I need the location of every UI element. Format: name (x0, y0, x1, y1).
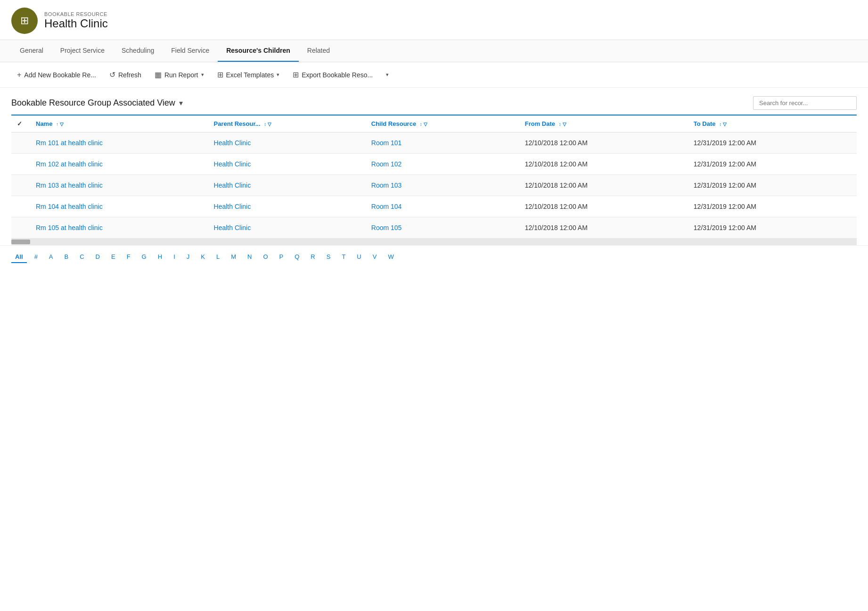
pagination-item-q[interactable]: Q (291, 251, 303, 263)
pagination-item-j[interactable]: J (183, 251, 194, 263)
tab-related[interactable]: Related (299, 40, 338, 62)
parent-sort-icon[interactable]: ↕ (264, 122, 266, 127)
table-row: Rm 101 at health clinic Health Clinic Ro… (11, 132, 857, 154)
row-child[interactable]: Room 105 (366, 217, 519, 239)
row-to-date: 12/31/2019 12:00 AM (688, 175, 857, 196)
from-date-sort-icon[interactable]: ↕ (559, 122, 561, 127)
excel-templates-button[interactable]: ⊞ Excel Templates ▾ (212, 67, 286, 83)
pagination-item-i[interactable]: I (170, 251, 179, 263)
avatar: ⊞ (11, 8, 38, 34)
search-input[interactable] (753, 96, 857, 110)
excel-templates-label: Excel Templates (226, 71, 274, 79)
pagination-item-w[interactable]: W (384, 251, 397, 263)
pagination-item-r[interactable]: R (307, 251, 319, 263)
view-selector-row: Bookable Resource Group Associated View … (0, 88, 868, 115)
row-from-date: 12/10/2018 12:00 AM (519, 154, 688, 175)
run-report-icon: ▦ (155, 70, 162, 79)
more-chevron: ▾ (386, 72, 389, 78)
horizontal-scrollbar[interactable] (11, 239, 857, 245)
tab-general[interactable]: General (11, 40, 52, 62)
row-child[interactable]: Room 102 (366, 154, 519, 175)
row-checkbox[interactable] (11, 196, 30, 217)
to-date-sort-icon[interactable]: ↕ (719, 122, 721, 127)
tab-scheduling[interactable]: Scheduling (113, 40, 163, 62)
pagination-item-l[interactable]: L (213, 251, 223, 263)
col-child-resource: Child Resource ↕ ▽ (366, 115, 519, 132)
row-to-date: 12/31/2019 12:00 AM (688, 132, 857, 154)
row-checkbox[interactable] (11, 217, 30, 239)
pagination-item-o[interactable]: O (259, 251, 271, 263)
row-child[interactable]: Room 101 (366, 132, 519, 154)
pagination-item-u[interactable]: U (353, 251, 365, 263)
tab-field-service[interactable]: Field Service (163, 40, 218, 62)
col-parent-resource: Parent Resour... ↕ ▽ (208, 115, 366, 132)
excel-icon: ⊞ (217, 70, 223, 79)
row-name[interactable]: Rm 102 at health clinic (30, 154, 208, 175)
row-checkbox[interactable] (11, 154, 30, 175)
view-selector-button[interactable]: ▾ (179, 99, 183, 107)
pagination-item-n[interactable]: N (244, 251, 255, 263)
name-sort-icon[interactable]: ↑ (56, 122, 58, 127)
child-filter-icon[interactable]: ▽ (424, 122, 427, 127)
parent-filter-icon[interactable]: ▽ (268, 122, 271, 127)
pagination-item-#[interactable]: # (31, 251, 41, 263)
table-header-row: ✓ Name ↑ ▽ Parent Resour... ↕ ▽ (11, 115, 857, 132)
run-report-chevron: ▾ (201, 72, 204, 78)
refresh-icon: ↺ (109, 70, 115, 79)
add-new-bookable-button[interactable]: + Add New Bookable Re... (11, 67, 102, 83)
export-label: Export Bookable Reso... (302, 71, 373, 79)
col-name: Name ↑ ▽ (30, 115, 208, 132)
pagination-item-d[interactable]: D (92, 251, 104, 263)
row-name[interactable]: Rm 104 at health clinic (30, 196, 208, 217)
row-parent[interactable]: Health Clinic (208, 154, 366, 175)
tab-project-service[interactable]: Project Service (52, 40, 113, 62)
row-name[interactable]: Rm 103 at health clinic (30, 175, 208, 196)
pagination-item-all[interactable]: All (11, 251, 27, 263)
pagination-item-s[interactable]: S (323, 251, 335, 263)
row-checkbox[interactable] (11, 175, 30, 196)
row-checkbox[interactable] (11, 132, 30, 154)
tab-resources-children[interactable]: Resource's Children (218, 40, 299, 62)
pagination-item-e[interactable]: E (107, 251, 119, 263)
pagination-item-a[interactable]: A (45, 251, 57, 263)
pagination-item-t[interactable]: T (338, 251, 349, 263)
name-filter-icon[interactable]: ▽ (60, 122, 64, 127)
row-child[interactable]: Room 103 (366, 175, 519, 196)
run-report-button[interactable]: ▦ Run Report ▾ (149, 67, 210, 83)
row-parent[interactable]: Health Clinic (208, 132, 366, 154)
export-button[interactable]: ⊞ Export Bookable Reso... (287, 67, 378, 83)
pagination-item-f[interactable]: F (123, 251, 134, 263)
pagination-item-k[interactable]: K (197, 251, 209, 263)
row-parent[interactable]: Health Clinic (208, 217, 366, 239)
table-row: Rm 105 at health clinic Health Clinic Ro… (11, 217, 857, 239)
row-parent[interactable]: Health Clinic (208, 196, 366, 217)
table-row: Rm 104 at health clinic Health Clinic Ro… (11, 196, 857, 217)
scroll-thumb[interactable] (11, 239, 30, 244)
row-from-date: 12/10/2018 12:00 AM (519, 132, 688, 154)
row-from-date: 12/10/2018 12:00 AM (519, 175, 688, 196)
pagination-item-g[interactable]: G (138, 251, 150, 263)
row-name[interactable]: Rm 101 at health clinic (30, 132, 208, 154)
to-date-filter-icon[interactable]: ▽ (723, 122, 727, 127)
page-title: Health Clinic (44, 17, 108, 30)
from-date-filter-icon[interactable]: ▽ (563, 122, 566, 127)
add-button-label: Add New Bookable Re... (24, 71, 96, 79)
row-parent[interactable]: Health Clinic (208, 175, 366, 196)
row-from-date: 12/10/2018 12:00 AM (519, 196, 688, 217)
toolbar: + Add New Bookable Re... ↺ Refresh ▦ Run… (0, 62, 868, 88)
row-to-date: 12/31/2019 12:00 AM (688, 217, 857, 239)
select-all-checkbox[interactable]: ✓ (11, 115, 30, 132)
pagination-item-m[interactable]: M (227, 251, 240, 263)
pagination-item-c[interactable]: C (76, 251, 88, 263)
row-child[interactable]: Room 104 (366, 196, 519, 217)
child-sort-icon[interactable]: ↕ (420, 122, 422, 127)
pagination-item-h[interactable]: H (154, 251, 166, 263)
add-icon: + (17, 71, 21, 79)
refresh-button[interactable]: ↺ Refresh (104, 67, 147, 83)
pagination-item-v[interactable]: V (369, 251, 381, 263)
more-actions-button[interactable]: ▾ (380, 68, 394, 81)
pagination-item-p[interactable]: P (276, 251, 287, 263)
header-text: BOOKABLE RESOURCE Health Clinic (44, 11, 108, 30)
pagination-item-b[interactable]: B (61, 251, 73, 263)
row-name[interactable]: Rm 105 at health clinic (30, 217, 208, 239)
